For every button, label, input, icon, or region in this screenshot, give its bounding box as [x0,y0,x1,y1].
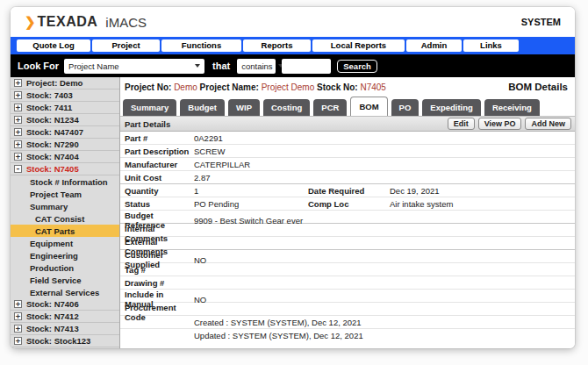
nav-functions[interactable]: Functions [161,39,241,52]
stock-no-label: Stock No [317,82,355,92]
app-window: ❯ TEXADA iMACS SYSTEM Quote Log Project … [11,7,575,348]
logo-texada-text: TEXADA [38,14,98,30]
tab-wip[interactable]: WIP [228,99,260,116]
edit-button[interactable]: Edit [448,118,475,130]
sidebar-item-cat-parts[interactable]: CAT Parts [11,225,119,237]
field-row-drawing-number: Drawing # [120,276,575,290]
section-title: Part Details [125,119,170,129]
tree-expand-icon[interactable]: + [14,300,22,308]
sidebar-item-stock-n7405[interactable]: -Stock: N7405 [11,163,119,175]
operator-value: contains [241,61,272,71]
project-no-value: Demo [174,82,197,92]
sidebar-item-stock-n7406[interactable]: +Stock: N7406 [11,298,119,311]
main-navbar: Quote Log Project Functions Reports Loca… [11,37,575,54]
tree-expand-icon[interactable]: + [14,79,22,87]
field-row-include-in-manual: Include in ManualNO [120,290,575,303]
tree-expand-icon[interactable]: + [14,104,22,111]
sidebar-item-stock-7411[interactable]: +Stock: 7411 [11,102,119,114]
project-no-label: Project No [125,82,169,92]
that-label: that [212,61,230,71]
title-bar: ❯ TEXADA iMACS SYSTEM [11,7,575,37]
field-row-external-comments: External Comments [120,237,575,250]
nav-project[interactable]: Project [92,39,160,52]
sidebar-item-engineering[interactable]: Engineering [11,249,119,261]
page-title: BOM Details [508,82,568,92]
sidebar-item-equipment[interactable]: Equipment [11,237,119,249]
sidebar-item-project-demo[interactable]: +Project: Demo [11,77,119,89]
field-row-customer-supplied: Customer SuppliedNO [120,250,575,263]
sidebar-item-stock-information[interactable]: Stock # Information [11,175,119,188]
sidebar-item-production[interactable]: Production [11,261,119,274]
content-area: +Project: Demo +Stock: 7403 +Stock: 7411… [11,77,575,348]
tab-bom[interactable]: BOM [350,97,387,116]
tree-expand-icon[interactable]: + [14,116,22,124]
current-user-label: SYSTEM [521,17,561,27]
tab-costing[interactable]: Costing [263,99,310,116]
project-name-value: Project Demo [262,82,315,92]
chevron-down-icon [195,64,200,68]
part-details-bar: Part Details Edit View PO Add New [120,116,575,132]
look-for-label: Look For [18,61,59,71]
app-name: iMACS [105,15,147,30]
tree-expand-icon[interactable]: + [14,140,22,148]
tab-receiving[interactable]: Receiving [484,99,540,116]
view-po-button[interactable]: View PO [478,118,522,130]
tab-po[interactable]: PO [391,99,419,116]
sidebar-item-stock-7403[interactable]: +Stock: 7403 [11,89,119,102]
sidebar-item-stock-n7290[interactable]: +Stock: N7290 [11,139,119,151]
main-panel: Project No: Demo Project Name: Project D… [120,77,575,348]
sidebar-item-stock-n7404[interactable]: +Stock: N7404 [11,151,119,163]
look-for-bar: Look For Project Name that contains Sear… [11,54,575,77]
project-name-label: Project Name [200,82,256,92]
updated-audit-row: Updated : SYSTEM (SYSTEM), Dec 12, 2021 [120,329,575,342]
tree-expand-icon[interactable]: + [14,312,22,320]
sidebar-tree: +Project: Demo +Stock: 7403 +Stock: 7411… [11,77,120,348]
tree-expand-icon[interactable]: + [14,337,22,345]
tab-budget[interactable]: Budget [180,99,225,116]
sidebar-item-summary[interactable]: Summary [11,200,119,212]
field-row-quantity: Quantity1Date RequiredDec 19, 2021 [120,184,575,197]
add-new-button[interactable]: Add New [525,118,571,130]
tab-summary[interactable]: Summary [123,99,176,116]
field-row-unit-cost: Unit Cost2.87 [120,171,575,184]
tab-expediting[interactable]: Expediting [422,99,481,116]
stock-no-value: N7405 [360,82,385,92]
search-input[interactable] [282,59,331,74]
search-field-value: Project Name [68,61,190,71]
sidebar-item-project-team[interactable]: Project Team [11,188,119,200]
sidebar-item-field-service[interactable]: Field Service [11,274,119,286]
texada-logo: ❯ TEXADA iMACS [25,14,147,30]
search-button[interactable]: Search [337,60,377,73]
sidebar-item-stock-n7413[interactable]: +Stock: N7413 [11,323,119,335]
updated-text: Updated : SYSTEM (SYSTEM), Dec 12, 2021 [194,331,575,340]
sidebar-item-stock-n7412[interactable]: +Stock: N7412 [11,311,119,323]
nav-links[interactable]: Links [463,39,519,52]
project-context-header: Project No: Demo Project Name: Project D… [120,77,575,97]
sidebar-item-stock-n47407[interactable]: +Stock: N47407 [11,126,119,139]
nav-admin[interactable]: Admin [406,39,462,52]
nav-quote-log[interactable]: Quote Log [17,39,90,52]
tree-expand-icon[interactable]: + [14,153,22,161]
tree-collapse-icon[interactable]: - [14,165,22,173]
field-row-budget-reference: Budget Reference9909 - Best Switch Gear … [120,211,575,224]
sidebar-item-stock-stock123[interactable]: +Stock: Stock123 [11,335,119,347]
sidebar-item-cat-consist[interactable]: CAT Consist [11,212,119,225]
field-row-procurement-code: Procurement Code [120,303,575,316]
nav-local-reports[interactable]: Local Reports [312,39,405,52]
sidebar-item-stock-n1234[interactable]: +Stock: N1234 [11,114,119,126]
field-row-internal-comments: Internal Comments [120,224,575,237]
tree-expand-icon[interactable]: + [14,325,22,333]
created-text: Created : SYSTEM (SYSTEM), Dec 12, 2021 [194,318,575,327]
operator-select[interactable]: contains [237,59,276,74]
tree-expand-icon[interactable]: + [14,91,22,99]
field-row-status: StatusPO PendingComp LocAir intake syste… [120,197,575,211]
field-row-tag-number: Tag # [120,263,575,276]
nav-reports[interactable]: Reports [243,39,311,52]
tree-expand-icon[interactable]: + [14,128,22,136]
field-row-part-description: Part DescriptionSCREW [120,145,575,158]
search-field-select[interactable]: Project Name [64,59,204,74]
tab-pcr[interactable]: PCR [313,99,347,116]
sidebar-item-external-services[interactable]: External Services [11,286,119,298]
detail-tabs: Summary Budget WIP Costing PCR BOM PO Ex… [120,97,575,116]
field-row-manufacturer: ManufacturerCATERPILLAR [120,158,575,171]
